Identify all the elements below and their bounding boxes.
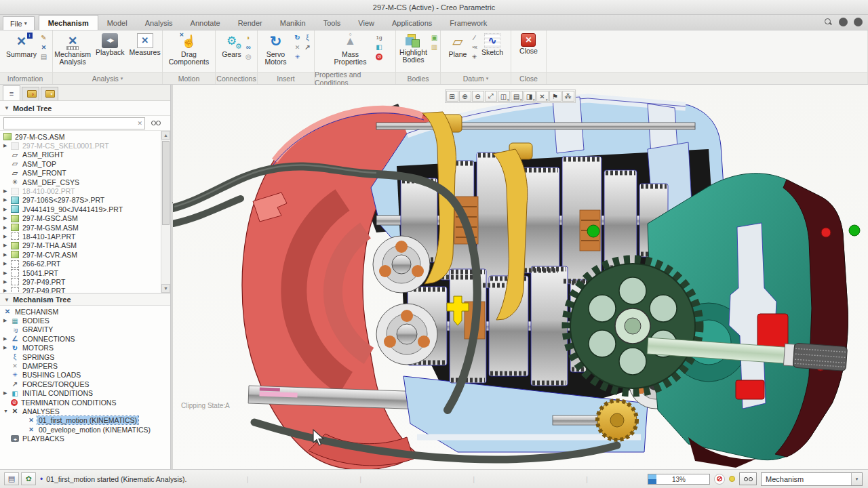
3d-contacts-icon[interactable] bbox=[244, 52, 253, 61]
find-icon[interactable] bbox=[151, 119, 160, 127]
gearbox-3d-model[interactable] bbox=[173, 85, 868, 469]
expander-icon[interactable]: ▶ bbox=[3, 225, 11, 230]
ribbon-tab[interactable]: View bbox=[349, 16, 383, 30]
termination-conditions-icon[interactable] bbox=[375, 52, 384, 61]
mechanism-tree-row[interactable]: SPRINGS bbox=[1, 352, 169, 361]
expander-icon[interactable]: ▶ bbox=[3, 207, 11, 212]
mechanism-tree-row[interactable]: ▶ BODIES bbox=[1, 316, 169, 325]
folder-browser-tab[interactable] bbox=[22, 87, 39, 100]
ribbon-tab[interactable]: Analysis bbox=[136, 16, 182, 30]
mechanism-tree-row[interactable]: MECHANISM bbox=[1, 307, 169, 316]
group-label-motion[interactable]: Motion bbox=[163, 72, 215, 84]
plane-button[interactable]: Plane bbox=[446, 32, 469, 60]
clear-search-icon[interactable]: ✕ bbox=[137, 120, 142, 127]
ribbon-tab[interactable]: Mechanism bbox=[39, 15, 98, 30]
springs-icon[interactable] bbox=[303, 33, 312, 42]
axis-icon[interactable] bbox=[470, 33, 479, 42]
belts-icon[interactable] bbox=[244, 43, 253, 52]
model-tree-scrollbar[interactable]: ▲ ▼ bbox=[161, 131, 170, 293]
sync-button[interactable] bbox=[839, 18, 848, 26]
ribbon-tab[interactable]: Render bbox=[229, 16, 271, 30]
mechanism-tree-row[interactable]: GRAVITY bbox=[1, 325, 169, 334]
mode-selector-caret-icon[interactable]: ▾ bbox=[851, 473, 862, 485]
cams-icon[interactable] bbox=[244, 33, 253, 42]
body-definition-icon[interactable] bbox=[430, 33, 439, 42]
collapse-model-tree-icon[interactable]: ▼ bbox=[4, 105, 9, 111]
model-tree-row[interactable]: ASM_RIGHT bbox=[1, 150, 159, 159]
model-tree-row[interactable]: ▶ 266-62.PRT bbox=[1, 259, 159, 268]
expander-icon[interactable]: ▶ bbox=[3, 234, 11, 239]
favorites-tab[interactable] bbox=[41, 87, 58, 100]
scroll-down-icon[interactable]: ▼ bbox=[161, 284, 170, 293]
group-label-properties[interactable]: Properties and Conditions bbox=[315, 72, 395, 84]
ribbon-tab[interactable]: Framework bbox=[441, 16, 496, 30]
gravity-icon[interactable] bbox=[375, 33, 384, 42]
find-button[interactable] bbox=[739, 472, 757, 485]
scroll-up-icon[interactable]: ▲ bbox=[161, 131, 170, 140]
model-tree-row[interactable]: ▶ 297-M-GSC.ASM bbox=[1, 214, 159, 223]
servo-motors-button[interactable]: Servo Motors bbox=[259, 32, 292, 68]
expander-icon[interactable]: ▶ bbox=[3, 390, 11, 396]
expander-icon[interactable]: ▶ bbox=[3, 243, 11, 248]
annotations-button[interactable]: ⚑ bbox=[549, 91, 561, 102]
web-browser-icon[interactable]: ✿ bbox=[21, 472, 36, 485]
expander-icon[interactable]: ▶ bbox=[3, 197, 11, 203]
ribbon-tab[interactable]: Model bbox=[98, 16, 136, 30]
summary-table-icon[interactable] bbox=[39, 52, 48, 61]
group-label-insert[interactable]: Insert bbox=[258, 72, 314, 84]
mechanism-tree-row[interactable]: ▶ CONNECTIONS bbox=[1, 334, 169, 343]
model-tree-row[interactable]: ▶ 297-M-CS_SKEL0001.PRT bbox=[1, 141, 159, 150]
measures-button[interactable]: Measures bbox=[127, 32, 163, 58]
zoom-region-button[interactable]: ⊞ bbox=[446, 91, 458, 102]
group-label-analysis[interactable]: Analysis▾ bbox=[53, 72, 162, 84]
model-tree-row[interactable]: ▶ 15041.PRT bbox=[1, 268, 159, 277]
group-label-close[interactable]: Close bbox=[511, 72, 546, 84]
drag-components-button[interactable]: Drag Components bbox=[165, 32, 213, 68]
expander-icon[interactable]: ▶ bbox=[3, 270, 11, 276]
mechanism-tree-row[interactable]: BUSHING LOADS bbox=[1, 371, 169, 380]
model-tree-row[interactable]: ▶ 297-M-CVR.ASM bbox=[1, 250, 159, 259]
group-label-bodies[interactable]: Bodies bbox=[396, 72, 440, 84]
model-tree-row[interactable]: ASM_TOP bbox=[1, 159, 159, 168]
saved-orientations-button[interactable]: ◫ ▾ bbox=[498, 91, 510, 102]
expander-icon[interactable]: ▼ bbox=[3, 409, 11, 413]
mechanism-tree-row[interactable]: TERMINATION CONDITIONS bbox=[1, 398, 169, 407]
expander-icon[interactable]: ▶ bbox=[3, 318, 11, 323]
group-label-datum[interactable]: Datum▾ bbox=[441, 72, 511, 84]
body-review-icon[interactable] bbox=[430, 43, 439, 52]
expander-icon[interactable]: ▶ bbox=[3, 261, 11, 266]
group-label-connections[interactable]: Connections bbox=[216, 72, 257, 84]
ribbon-tab[interactable]: Applications bbox=[383, 16, 441, 30]
bushing-loads-icon[interactable] bbox=[293, 52, 302, 61]
model-tree-row[interactable]: ▶ 297-M-GSM.ASM bbox=[1, 223, 159, 232]
mass-properties-button[interactable]: Mass Properties bbox=[327, 32, 374, 68]
expander-icon[interactable]: ▶ bbox=[3, 279, 11, 285]
mechanism-tree-row[interactable]: 01_first_motion (KINEMATICS) bbox=[1, 416, 169, 425]
dampers-icon[interactable] bbox=[293, 43, 302, 52]
mode-selector[interactable]: Mechanism ▾ bbox=[761, 472, 863, 486]
ribbon-tab[interactable]: Manikin bbox=[271, 16, 315, 30]
initial-conditions-icon[interactable] bbox=[375, 43, 384, 52]
model-tree-row[interactable]: ▶ 297-P49.PRT bbox=[1, 287, 159, 293]
mechanism-tree-row[interactable]: ▶ INITIAL CONDITIONS bbox=[1, 389, 169, 398]
model-tree-row[interactable]: ASM_DEF_CSYS bbox=[1, 178, 159, 186]
help-button[interactable] bbox=[854, 18, 863, 26]
mechanism-tree-row[interactable]: ▼ ANALYSES bbox=[1, 407, 169, 415]
view-manager-button[interactable]: ▤ ▾ bbox=[511, 91, 523, 102]
model-tree-row[interactable]: ASM_FRONT bbox=[1, 169, 159, 178]
expander-icon[interactable]: ▶ bbox=[3, 252, 11, 258]
search-button[interactable] bbox=[824, 18, 833, 26]
mechanism-tree-row[interactable]: FORCES/TORQUES bbox=[1, 380, 169, 388]
expander-icon[interactable]: ▶ bbox=[3, 288, 11, 293]
mechanism-analysis-button[interactable]: Mechanism Analysis bbox=[52, 32, 93, 68]
collapse-mechanism-tree-icon[interactable]: ▼ bbox=[4, 297, 9, 303]
graphics-area[interactable]: ⊞ ⊕ ⊖ ⤢ ◫ bbox=[173, 85, 868, 469]
model-tree-row[interactable]: ▶ 297-106S<297-87S>.PRT bbox=[1, 196, 159, 205]
ribbon-tab[interactable]: Annotate bbox=[182, 16, 229, 30]
model-tree-row[interactable]: ▶ JV441419_90<JV441419>.PRT bbox=[1, 205, 159, 214]
highlight-bodies-button[interactable]: Highlight Bodies bbox=[397, 32, 429, 66]
mechanism-tree-row[interactable]: 00_evelope_motion (KINEMATICS) bbox=[1, 425, 169, 434]
model-tree-row[interactable]: ▶ 18-410-1AP.PRT bbox=[1, 232, 159, 241]
sketch-button[interactable]: Sketch bbox=[479, 32, 505, 58]
mechanism-tree-row[interactable]: ▶ MOTORS bbox=[1, 344, 169, 352]
